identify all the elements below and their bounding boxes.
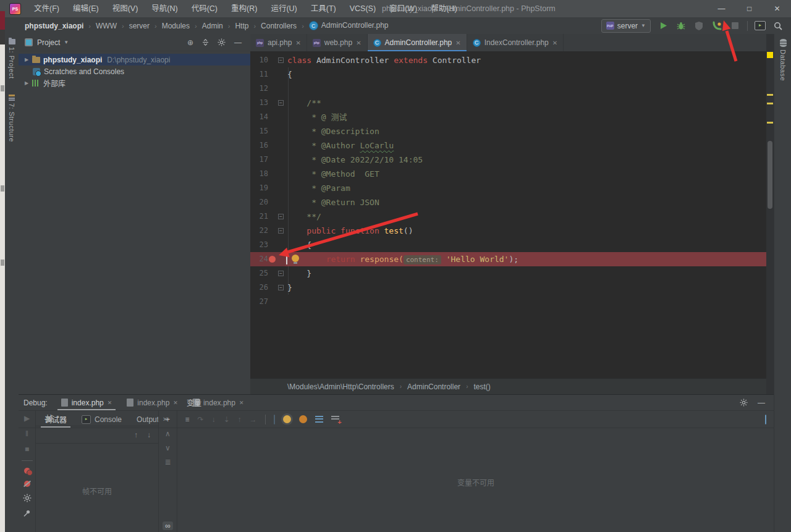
breadcrumb-item[interactable]: Http xyxy=(234,22,250,30)
gutter[interactable]: 20 xyxy=(250,195,286,209)
crumb-method[interactable]: test() xyxy=(473,382,490,391)
close-icon[interactable]: ✕ xyxy=(356,40,361,46)
coverage-button[interactable] xyxy=(693,20,704,32)
debug-button[interactable] xyxy=(675,20,687,32)
fold-marker-icon[interactable]: − xyxy=(278,271,284,276)
view-breakpoints-icon[interactable] xyxy=(24,468,30,474)
code-line-content[interactable]: **/ xyxy=(286,209,766,224)
stripe-mark[interactable] xyxy=(767,122,773,124)
code-line-content[interactable]: public function test() xyxy=(286,224,766,238)
code-line-content[interactable]: return response(content: 'Hello World'); xyxy=(286,252,766,266)
close-icon[interactable]: ✕ xyxy=(455,40,460,46)
run-configuration-select[interactable]: PHP server ▼ xyxy=(601,19,651,33)
tree-row-external-libs[interactable]: ▶ 外部库 xyxy=(19,77,250,89)
editor-error-stripe[interactable] xyxy=(766,34,774,394)
gear-icon[interactable] xyxy=(218,38,226,46)
tool-button-database[interactable]: Database xyxy=(774,39,791,81)
menu-item[interactable]: 重构(R) xyxy=(224,0,264,17)
code-line-content[interactable]: } xyxy=(286,266,766,281)
intention-bulb-icon[interactable] xyxy=(292,255,299,262)
breakpoint-icon[interactable] xyxy=(269,256,276,263)
stripe-mark[interactable] xyxy=(767,94,773,96)
run-button[interactable] xyxy=(658,20,669,32)
gutter[interactable]: 25− xyxy=(250,266,286,281)
code-line-content[interactable]: * @ 测试 xyxy=(286,110,766,124)
editor-tab[interactable]: web.php✕ xyxy=(307,34,368,51)
hide-panel-icon[interactable]: — xyxy=(758,399,765,407)
close-icon[interactable]: ✕ xyxy=(552,40,557,46)
rerun-icon[interactable]: ▶ xyxy=(24,414,30,423)
breadcrumb-item[interactable]: CAdminController.php xyxy=(308,21,390,31)
hide-panel-icon[interactable]: — xyxy=(234,38,242,47)
minimize-button[interactable]: — xyxy=(708,0,735,17)
gutter[interactable]: 11 xyxy=(250,67,286,82)
listen-debug-connections-button[interactable] xyxy=(711,20,722,32)
stripe-mark[interactable] xyxy=(767,103,773,104)
gutter[interactable]: 22− xyxy=(250,224,286,238)
mute-breakpoints-icon[interactable] xyxy=(24,481,30,487)
code-line-content[interactable]: * @Author LoCarlu xyxy=(286,138,766,153)
tree-expand-icon[interactable]: ▶ xyxy=(22,57,31,62)
collapse-all-icon[interactable] xyxy=(202,39,209,46)
gutter[interactable]: 23 xyxy=(250,238,286,252)
code-line-content[interactable]: * @Return JSON xyxy=(286,195,766,209)
evaluate-icon[interactable]: ∞ xyxy=(163,521,173,530)
pause-icon[interactable]: ‖ xyxy=(25,429,28,438)
crumb-namespace[interactable]: \Modules\Admin\Http\Controllers xyxy=(287,382,394,391)
menu-item[interactable]: 运行(U) xyxy=(264,0,303,17)
gutter[interactable]: 10− xyxy=(250,53,286,67)
gutter[interactable]: 13− xyxy=(250,96,286,110)
code-line-content[interactable]: * @Param xyxy=(286,181,766,195)
gutter[interactable]: 26− xyxy=(250,281,286,295)
copy-icon[interactable]: ≣ xyxy=(164,458,171,467)
code-line-content[interactable]: * @Date 2022/2/10 14:05 xyxy=(286,153,766,167)
gutter[interactable]: 16 xyxy=(250,138,286,153)
breadcrumb-item[interactable]: phpstudy_xiaopi xyxy=(23,22,85,30)
fold-marker-icon[interactable]: − xyxy=(278,100,284,106)
gutter[interactable]: 21− xyxy=(250,209,286,224)
close-button[interactable]: ✕ xyxy=(763,0,791,17)
gutter[interactable]: 14 xyxy=(250,110,286,124)
editor-tab[interactable]: api.php✕ xyxy=(250,34,307,51)
gutter[interactable]: 18 xyxy=(250,167,286,181)
next-frame-icon[interactable]: ↓ xyxy=(147,431,151,439)
gutter[interactable]: 19 xyxy=(250,181,286,195)
fold-marker-icon[interactable]: − xyxy=(278,57,284,63)
scrollbar-thumb[interactable] xyxy=(768,141,772,209)
menu-item[interactable]: 视图(V) xyxy=(106,0,145,17)
editor-tab[interactable]: IndexController.php✕ xyxy=(467,34,564,51)
tool-button-structure[interactable]: 7: Structure xyxy=(5,95,19,142)
maximize-button[interactable]: □ xyxy=(735,0,763,17)
code-editor[interactable]: 10−class AdminController extends Control… xyxy=(250,51,766,380)
add-watch-icon[interactable]: + xyxy=(166,415,170,424)
gear-icon[interactable] xyxy=(740,399,748,407)
menu-item[interactable]: 工具(T) xyxy=(304,0,343,17)
locate-file-icon[interactable]: ⊕ xyxy=(187,38,193,47)
breadcrumb-item[interactable]: server xyxy=(128,22,151,30)
gutter[interactable]: 27 xyxy=(250,295,286,309)
gutter[interactable]: 12 xyxy=(250,82,286,96)
close-icon[interactable]: ✕ xyxy=(295,40,300,46)
debug-session-tab[interactable]: index.php✕ xyxy=(54,395,120,410)
breadcrumb-item[interactable]: WWW xyxy=(95,22,118,30)
code-line-content[interactable] xyxy=(286,295,766,309)
close-icon[interactable]: ✕ xyxy=(108,400,112,406)
search-everywhere-icon[interactable] xyxy=(772,20,784,32)
debug-session-tab[interactable]: index.php✕ xyxy=(119,395,185,410)
tree-expand-icon[interactable]: ▶ xyxy=(22,80,31,86)
gutter[interactable]: 24 xyxy=(250,252,286,266)
menu-item[interactable]: VCS(S) xyxy=(343,0,383,17)
menu-item[interactable]: 导航(N) xyxy=(145,0,184,17)
chevron-down-icon[interactable]: ∨ xyxy=(165,444,171,452)
code-line-content[interactable] xyxy=(286,82,766,96)
close-icon[interactable]: ✕ xyxy=(173,400,178,406)
stop-icon[interactable]: ■ xyxy=(25,445,29,454)
fold-marker-icon[interactable]: − xyxy=(278,285,284,290)
gear-icon[interactable] xyxy=(23,494,32,502)
chevron-down-icon[interactable]: ▼ xyxy=(64,40,69,45)
code-line-content[interactable]: class AdminController extends Controller xyxy=(286,53,766,67)
chevron-up-icon[interactable]: ∧ xyxy=(165,429,171,438)
gutter[interactable]: 15 xyxy=(250,124,286,138)
code-line-content[interactable]: } xyxy=(286,281,766,295)
tool-button-project[interactable]: 1: Project xyxy=(5,39,19,78)
